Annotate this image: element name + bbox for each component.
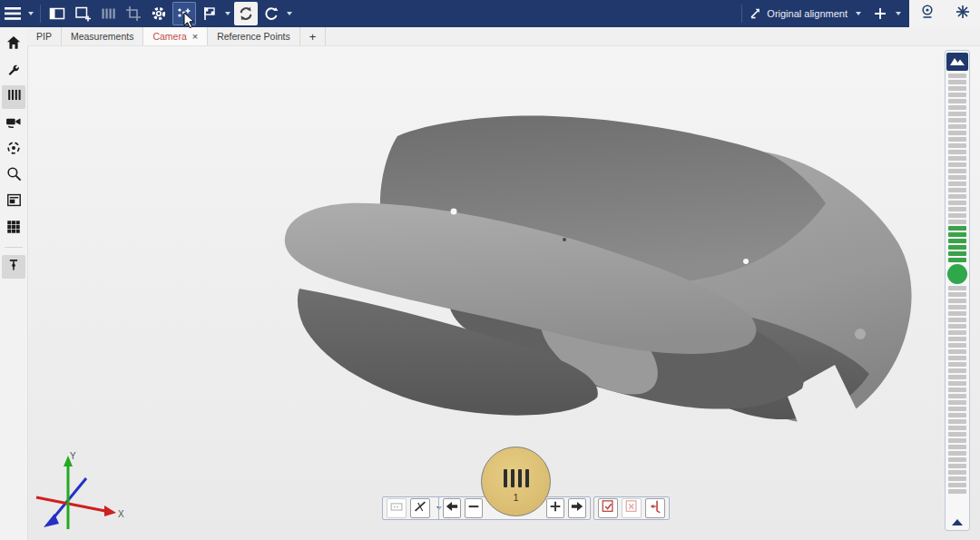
stage-bar-green[interactable] — [948, 239, 966, 243]
current-stage-marker[interactable] — [947, 264, 967, 284]
stage-range-slider[interactable] — [945, 50, 970, 531]
sidebar-item-tools[interactable] — [2, 59, 25, 83]
alignment-dropdown[interactable]: Original alignment — [746, 2, 867, 25]
stage-bar-green[interactable] — [948, 245, 966, 250]
stage-bar[interactable] — [948, 292, 966, 297]
alignment-caret-icon[interactable] — [856, 12, 861, 15]
stage-bar[interactable] — [948, 400, 966, 405]
stage-dial[interactable]: 1 — [481, 447, 551, 516]
stage-slider-bars-top[interactable] — [948, 74, 966, 262]
stage-bar[interactable] — [948, 483, 966, 487]
stage-bar[interactable] — [948, 413, 966, 417]
stage-bar[interactable] — [948, 188, 966, 192]
stage-bar[interactable] — [948, 162, 966, 167]
stage-bar[interactable] — [948, 407, 966, 411]
stage-bar[interactable] — [948, 213, 966, 218]
refresh-button[interactable] — [234, 2, 258, 25]
tab-reference-points[interactable]: Reference Points — [208, 27, 300, 45]
tab-camera[interactable]: Camera× — [143, 27, 208, 45]
reset-view-button[interactable] — [260, 2, 283, 25]
sidebar-item-grid[interactable] — [2, 217, 25, 241]
stage-bar[interactable] — [948, 105, 966, 110]
stage-bar[interactable] — [948, 311, 966, 316]
stage-bar[interactable] — [948, 464, 966, 468]
menu-button[interactable] — [1, 2, 24, 25]
previous-stage-button[interactable] — [443, 498, 461, 518]
menu-caret-icon[interactable] — [28, 12, 34, 15]
asterisk-button[interactable] — [955, 4, 971, 24]
stage-bar[interactable] — [948, 489, 966, 494]
stage-bar[interactable] — [948, 74, 966, 78]
stage-bar[interactable] — [948, 324, 966, 329]
tab-measurements[interactable]: Measurements — [62, 27, 143, 45]
crop-button[interactable] — [122, 2, 145, 25]
flag-button[interactable] — [198, 2, 221, 25]
stage-bar[interactable] — [948, 457, 966, 462]
stage-bar[interactable] — [948, 169, 966, 173]
stage-slider-bars-bottom[interactable] — [948, 286, 966, 494]
stage-bar[interactable] — [948, 305, 966, 309]
stage-bar[interactable] — [948, 137, 966, 142]
slider-top-button[interactable] — [946, 53, 968, 71]
stage-bar[interactable] — [948, 207, 966, 211]
stage-bar[interactable] — [948, 99, 966, 103]
stage-bar[interactable] — [948, 368, 966, 373]
stage-bar[interactable] — [948, 80, 966, 84]
tab-add-button[interactable]: + — [300, 27, 327, 45]
section-toggle-button[interactable] — [410, 498, 430, 518]
stage-bar[interactable] — [948, 419, 966, 424]
stage-bar[interactable] — [948, 476, 966, 481]
stage-bar[interactable] — [948, 220, 966, 224]
stage-bar[interactable] — [948, 131, 966, 135]
sidebar-item-camera[interactable] — [2, 112, 25, 135]
layout-panel-button[interactable] — [45, 2, 69, 25]
stage-bar[interactable] — [948, 343, 966, 348]
reset-view-caret-icon[interactable] — [287, 12, 292, 15]
stage-bar[interactable] — [948, 470, 966, 475]
stage-bar[interactable] — [948, 426, 966, 430]
stage-bar-green[interactable] — [948, 232, 966, 237]
flag-caret-icon[interactable] — [225, 12, 230, 15]
sidebar-item-pin[interactable] — [2, 255, 25, 279]
stage-bar[interactable] — [948, 182, 966, 186]
add-alignment-button[interactable] — [868, 2, 892, 25]
stage-bar[interactable] — [948, 349, 966, 354]
stage-bar[interactable] — [948, 150, 966, 154]
reject-stage-button[interactable] — [622, 498, 642, 518]
add-alignment-caret-icon[interactable] — [896, 12, 901, 15]
stage-bar[interactable] — [948, 445, 966, 449]
sidebar-item-report[interactable] — [2, 191, 25, 214]
sidebar-item-stages[interactable] — [2, 85, 25, 109]
add-stage-button[interactable] — [546, 498, 564, 518]
accept-stage-button[interactable] — [598, 498, 618, 518]
stage-bar[interactable] — [948, 438, 966, 443]
stage-bar[interactable] — [948, 156, 966, 161]
stage-bar[interactable] — [948, 362, 966, 367]
add-points-button[interactable] — [172, 2, 196, 25]
add-window-button[interactable] — [71, 2, 94, 25]
sidebar-item-search[interactable] — [2, 164, 25, 188]
stage-bar[interactable] — [948, 194, 966, 199]
stage-bar-green[interactable] — [948, 226, 966, 231]
stage-bar[interactable] — [948, 143, 966, 148]
tab-close-icon[interactable]: × — [192, 32, 198, 42]
3d-viewport[interactable]: 1 X Y — [28, 46, 980, 540]
transform-stage-button[interactable] — [645, 498, 665, 518]
stage-bar-green[interactable] — [948, 251, 966, 256]
stage-bar[interactable] — [948, 330, 966, 335]
stage-bar[interactable] — [948, 86, 966, 91]
webcam-button[interactable] — [918, 3, 936, 25]
stage-bar[interactable] — [948, 356, 966, 360]
mini-panel-button[interactable] — [387, 498, 407, 518]
stage-bar[interactable] — [948, 175, 966, 180]
stage-bar-green[interactable] — [948, 258, 966, 262]
sidebar-item-home[interactable] — [2, 33, 25, 56]
stage-bar[interactable] — [948, 124, 966, 129]
stage-bar[interactable] — [948, 201, 966, 205]
stage-bar[interactable] — [948, 432, 966, 437]
stage-bar[interactable] — [948, 337, 966, 341]
stage-bar[interactable] — [948, 451, 966, 456]
remove-stage-button[interactable] — [465, 498, 483, 518]
stage-bar[interactable] — [948, 299, 966, 303]
next-stage-button[interactable] — [568, 498, 586, 518]
